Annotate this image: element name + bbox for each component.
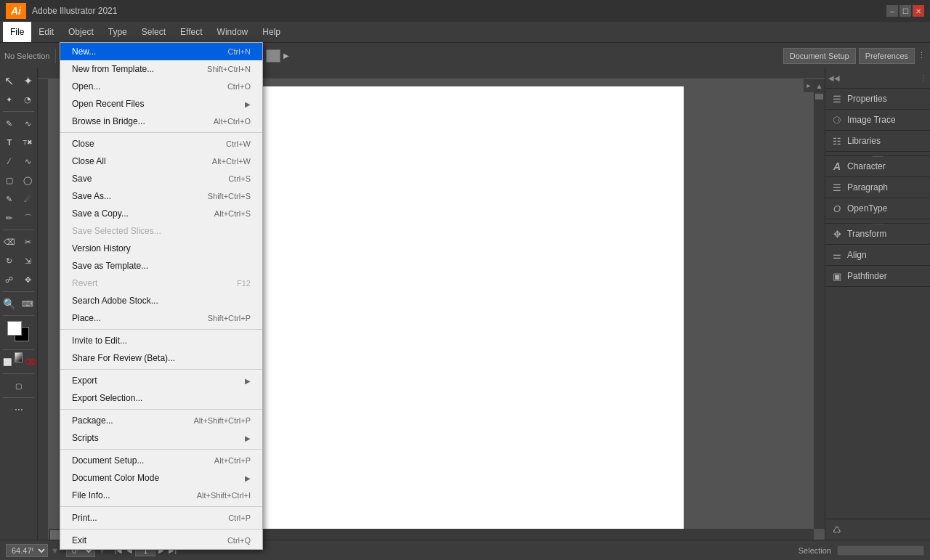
- menu-package[interactable]: Package... Alt+Shift+Ctrl+P: [60, 412, 262, 429]
- menu-window[interactable]: Window: [210, 22, 256, 42]
- direct-selection-tool[interactable]: ✦: [19, 71, 38, 90]
- magic-wand-tool[interactable]: ✦: [0, 90, 19, 109]
- menu-print[interactable]: Print... Ctrl+P: [60, 509, 262, 527]
- menu-document-color-mode[interactable]: Document Color Mode ▶: [60, 469, 262, 487]
- warp-tool[interactable]: ☍: [0, 270, 19, 289]
- selection-tool[interactable]: ↖: [0, 71, 19, 90]
- collapse-right-panel-top[interactable]: ►: [804, 79, 814, 92]
- scissors-tool[interactable]: ✂: [19, 232, 38, 251]
- menu-effect[interactable]: Effect: [173, 22, 209, 42]
- panel-pathfinder-header[interactable]: ▣ Pathfinder: [825, 266, 930, 286]
- zoom-select[interactable]: 64.47%: [6, 544, 48, 557]
- foreground-color[interactable]: [7, 321, 22, 336]
- title-bar-controls[interactable]: – ☐ ✕: [886, 5, 924, 17]
- free-transform-tool[interactable]: ✥: [19, 270, 38, 289]
- rotate-tool[interactable]: ↻: [0, 251, 19, 270]
- pencil-tool[interactable]: ✏: [0, 208, 19, 227]
- menu-file[interactable]: File: [3, 22, 31, 42]
- style-expand-icon[interactable]: ▶: [283, 52, 289, 60]
- panel-transform-header[interactable]: ✥ Transform: [825, 224, 930, 244]
- panel-properties-header[interactable]: ☰ Properties: [825, 89, 930, 109]
- none-mode[interactable]: ⌫: [23, 352, 37, 371]
- menu-save-copy[interactable]: Save a Copy... Alt+Ctrl+S: [60, 205, 262, 222]
- menu-save[interactable]: Save Ctrl+S: [60, 170, 262, 187]
- hand-tool[interactable]: ⌨: [19, 294, 38, 313]
- paintbrush-tool[interactable]: ✎: [0, 190, 19, 208]
- menu-exit-shortcut: Ctrl+Q: [227, 536, 251, 545]
- shaper-tool[interactable]: ⌒: [19, 208, 38, 227]
- ellipse-tool[interactable]: ◯: [19, 171, 38, 190]
- pen-tool[interactable]: ✎: [0, 114, 19, 133]
- align-icon: ⚌: [831, 250, 843, 261]
- scale-tool[interactable]: ⇲: [19, 251, 38, 270]
- close-button[interactable]: ✕: [913, 5, 924, 17]
- zoom-tool[interactable]: 🔍: [0, 294, 19, 313]
- menu-version-history[interactable]: Version History: [60, 240, 262, 257]
- right-panel: ◀◀ ⋮ ☰ Properties ⚆ Image Trace ☷ Librar…: [825, 68, 930, 540]
- panel-opentype-header[interactable]: O OpenType: [825, 198, 930, 219]
- panel-libraries-header[interactable]: ☷ Libraries: [825, 131, 930, 151]
- menu-search-stock[interactable]: Search Adobe Stock...: [60, 292, 262, 309]
- more-tools[interactable]: ⋯: [0, 400, 38, 419]
- eraser-tool[interactable]: ⌫: [0, 232, 19, 251]
- menu-select[interactable]: Select: [134, 22, 173, 42]
- menu-type[interactable]: Type: [101, 22, 134, 42]
- touch-type-tool[interactable]: T​✖: [19, 133, 38, 152]
- panel-image-trace-header[interactable]: ⚆ Image Trace: [825, 110, 930, 130]
- panel-expand-icon[interactable]: ◀◀: [828, 74, 840, 82]
- gradient-mode[interactable]: [15, 352, 23, 362]
- arc-tool[interactable]: ∿: [19, 152, 38, 171]
- panel-libraries: ☷ Libraries: [825, 131, 930, 152]
- panel-paragraph-header[interactable]: ☰ Paragraph: [825, 177, 930, 198]
- document-setup-button[interactable]: Document Setup: [783, 48, 856, 64]
- type-tool[interactable]: T: [0, 133, 19, 152]
- style-swatch[interactable]: [266, 49, 280, 62]
- align-icons[interactable]: ⋮: [918, 51, 926, 60]
- menu-export-selection[interactable]: Export Selection...: [60, 389, 262, 407]
- dropdown-sep-1: [60, 132, 262, 133]
- screen-mode[interactable]: ▢: [9, 376, 28, 395]
- menu-save-as[interactable]: Save As... Shift+Ctrl+S: [60, 187, 262, 205]
- panel-character-header[interactable]: A Character: [825, 156, 930, 176]
- color-mode[interactable]: ⬜: [0, 352, 15, 371]
- maximize-button[interactable]: ☐: [899, 5, 911, 17]
- menu-edit[interactable]: Edit: [31, 22, 61, 42]
- menu-save-template[interactable]: Save as Template...: [60, 257, 262, 275]
- preferences-button[interactable]: Preferences: [859, 48, 915, 64]
- menu-new-from-template[interactable]: New from Template... Shift+Ctrl+N: [60, 60, 262, 78]
- transform-icon: ✥: [831, 229, 843, 240]
- menu-close[interactable]: Close Ctrl+W: [60, 135, 262, 153]
- rect-tool[interactable]: ▢: [0, 171, 19, 190]
- panel-more-icon[interactable]: ⋮: [920, 74, 927, 82]
- menu-browse-bridge[interactable]: Browse in Bridge... Alt+Ctrl+O: [60, 113, 262, 130]
- menu-document-setup[interactable]: Document Setup... Alt+Ctrl+P: [60, 452, 262, 469]
- menu-file-info[interactable]: File Info... Alt+Shift+Ctrl+I: [60, 487, 262, 504]
- panel-image-trace: ⚆ Image Trace: [825, 110, 930, 131]
- file-dropdown-menu: New... Ctrl+N New from Template... Shift…: [60, 42, 263, 550]
- menu-help[interactable]: Help: [255, 22, 288, 42]
- screen-mode-row: ▢: [0, 376, 37, 395]
- panel-layers-header[interactable]: ♺: [825, 519, 930, 540]
- menu-open-recent[interactable]: Open Recent Files ▶: [60, 95, 262, 113]
- minimize-button[interactable]: –: [886, 5, 898, 17]
- menu-exit[interactable]: Exit Ctrl+Q: [60, 532, 262, 549]
- scroll-thumb-v[interactable]: [815, 94, 823, 100]
- lasso-tool[interactable]: ◔: [19, 90, 38, 109]
- menu-document-setup-label: Document Setup...: [72, 455, 144, 466]
- curvature-tool[interactable]: ∿: [19, 114, 38, 133]
- menu-share-review[interactable]: Share For Review (Beta)...: [60, 349, 262, 367]
- blob-brush-tool[interactable]: ☄: [19, 190, 38, 208]
- menu-open[interactable]: Open... Ctrl+O: [60, 78, 262, 95]
- panel-align-header[interactable]: ⚌ Align: [825, 245, 930, 265]
- panel-collapse-top[interactable]: ▲: [814, 79, 825, 92]
- menu-close-all[interactable]: Close All Alt+Ctrl+W: [60, 153, 262, 170]
- scroll-vertical[interactable]: ▲: [814, 79, 825, 529]
- tool-row-2: ✦ ◔: [0, 90, 37, 109]
- menu-scripts[interactable]: Scripts ▶: [60, 429, 262, 447]
- menu-new[interactable]: New... Ctrl+N: [60, 43, 262, 60]
- menu-place[interactable]: Place... Shift+Ctrl+P: [60, 309, 262, 327]
- line-tool[interactable]: ∕: [0, 152, 19, 171]
- menu-invite-edit[interactable]: Invite to Edit...: [60, 332, 262, 349]
- menu-object[interactable]: Object: [61, 22, 101, 42]
- menu-export[interactable]: Export ▶: [60, 372, 262, 389]
